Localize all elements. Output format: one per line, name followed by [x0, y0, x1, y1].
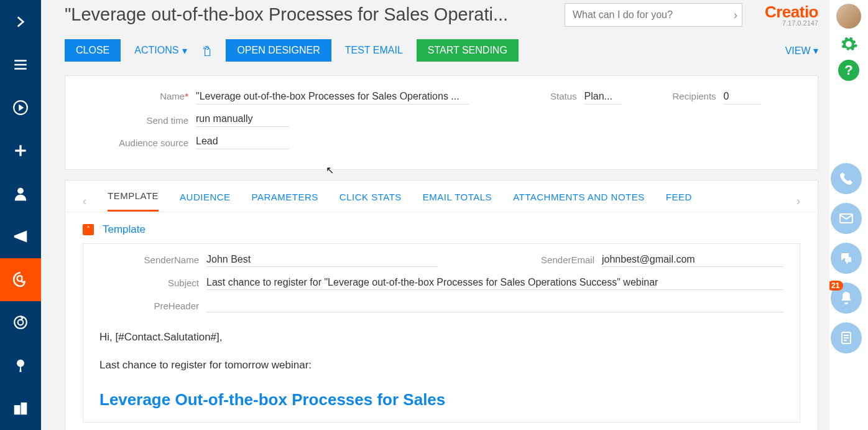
nav-contacts[interactable] — [0, 172, 41, 215]
help-icon[interactable]: ? — [838, 60, 859, 81]
search-input[interactable] — [565, 3, 742, 27]
subject-field[interactable]: Last chance to register for "Leverage ou… — [206, 276, 783, 290]
caret-down-icon: ▾ — [182, 45, 187, 57]
recipients-label: Recipients — [673, 91, 716, 101]
tabs-scroll-right-icon[interactable]: › — [796, 195, 800, 208]
svg-rect-5 — [14, 406, 20, 414]
user-avatar[interactable] — [836, 4, 861, 29]
tab-template[interactable]: TEMPLATE — [108, 190, 159, 212]
cti-mail-icon[interactable] — [831, 203, 862, 234]
view-label: VIEW — [785, 45, 811, 56]
sendtime-label: Send time — [83, 115, 188, 126]
header: "Leverage out-of-the-box Processes for S… — [65, 0, 818, 27]
tag-icon[interactable]: 🏷 — [200, 45, 213, 56]
svg-rect-6 — [21, 403, 27, 414]
search-go-icon[interactable]: › — [734, 9, 737, 22]
toolbar: CLOSE ACTIONS ▾ 🏷 OPEN DESIGNER TEST EMA… — [65, 39, 818, 62]
tab-parameters[interactable]: PARAMETERS — [252, 192, 318, 211]
subject-label: Subject — [99, 278, 199, 288]
email-body-preview: Hi, [#Contact.Salutation#], Last chance … — [99, 329, 783, 413]
preheader-field[interactable] — [206, 299, 783, 312]
float-icons: 21 — [831, 163, 862, 353]
section-template-header[interactable]: ˄ Template — [83, 212, 800, 243]
tab-click-stats[interactable]: CLICK STATS — [339, 192, 402, 211]
section-title: Template — [103, 223, 145, 236]
tab-feed[interactable]: FEED — [666, 192, 692, 211]
settings-icon[interactable] — [838, 34, 859, 55]
cti-phone-icon[interactable] — [831, 163, 862, 194]
page-title: "Leverage out-of-the-box Processes for S… — [65, 4, 508, 25]
start-sending-button[interactable]: START SENDING — [417, 39, 519, 62]
detail-card: Name "Leverage out-of-the-box Processes … — [65, 75, 818, 170]
notification-badge: 21 — [828, 281, 843, 291]
preheader-label: PreHeader — [99, 301, 199, 311]
nav-add[interactable] — [0, 129, 41, 172]
sender-email-field[interactable]: johnbest@gmail.com — [602, 253, 783, 267]
nav-accounts[interactable] — [0, 387, 41, 430]
name-label: Name — [83, 91, 188, 101]
collapse-icon: ˄ — [83, 224, 94, 235]
close-button[interactable]: CLOSE — [65, 39, 121, 62]
sender-email-label: SenderEmail — [445, 255, 594, 265]
nav-play[interactable] — [0, 86, 41, 129]
recipients-field: 0 — [724, 91, 761, 105]
view-dropdown[interactable]: VIEW ▾ — [785, 45, 818, 57]
cti-feed-icon[interactable] — [831, 322, 862, 353]
nav-campaigns[interactable] — [0, 301, 41, 344]
email-greeting: Hi, [#Contact.Salutation#], — [99, 329, 783, 347]
test-email-button[interactable]: TEST EMAIL — [345, 45, 403, 56]
svg-point-2 — [14, 316, 27, 329]
cti-notifications-icon[interactable]: 21 — [831, 283, 862, 314]
tab-strip: ‹ TEMPLATE AUDIENCE PARAMETERS CLICK STA… — [65, 180, 818, 212]
sender-name-field[interactable]: John Best — [206, 253, 438, 267]
email-headline: Leverage Out-of-the-box Processes for Sa… — [99, 386, 783, 413]
svg-point-3 — [18, 320, 24, 325]
tab-audience[interactable]: AUDIENCE — [180, 192, 231, 211]
sender-name-label: SenderName — [99, 255, 199, 265]
main-content: "Leverage out-of-the-box Processes for S… — [41, 0, 829, 430]
nav-expand[interactable] — [0, 0, 41, 43]
nav-marketing[interactable] — [0, 215, 41, 258]
sendtime-field[interactable]: run manually — [196, 113, 289, 127]
status-label: Status — [550, 91, 577, 101]
audience-label: Audience source — [83, 138, 188, 148]
open-designer-button[interactable]: OPEN DESIGNER — [226, 39, 331, 62]
email-line1: Last chance to register for tomorrow web… — [99, 357, 783, 375]
svg-point-1 — [18, 188, 24, 194]
actions-label: ACTIONS — [134, 45, 178, 56]
nav-menu[interactable] — [0, 43, 41, 86]
left-nav-rail — [0, 0, 41, 430]
tab-attachments[interactable]: ATTACHMENTS AND NOTES — [513, 192, 645, 211]
nav-events[interactable] — [0, 344, 41, 387]
audience-field[interactable]: Lead — [196, 136, 289, 149]
brand: Creatio 7.17.0.2147 — [765, 2, 818, 27]
global-search: › — [565, 3, 742, 27]
nav-email[interactable] — [0, 258, 41, 301]
status-field[interactable]: Plan... — [584, 91, 622, 105]
name-field[interactable]: "Leverage out-of-the-box Processes for S… — [196, 91, 469, 105]
template-body: SenderName John Best SenderEmail johnbes… — [83, 243, 800, 423]
brand-logo: Creatio — [765, 2, 818, 21]
tabs-card: ‹ TEMPLATE AUDIENCE PARAMETERS CLICK STA… — [65, 180, 818, 430]
actions-dropdown[interactable]: ACTIONS ▾ — [134, 45, 187, 57]
svg-point-4 — [17, 360, 24, 367]
tabs-scroll-left-icon[interactable]: ‹ — [83, 195, 86, 208]
tab-email-totals[interactable]: EMAIL TOTALS — [423, 192, 492, 211]
cti-chat-icon[interactable] — [831, 243, 862, 274]
